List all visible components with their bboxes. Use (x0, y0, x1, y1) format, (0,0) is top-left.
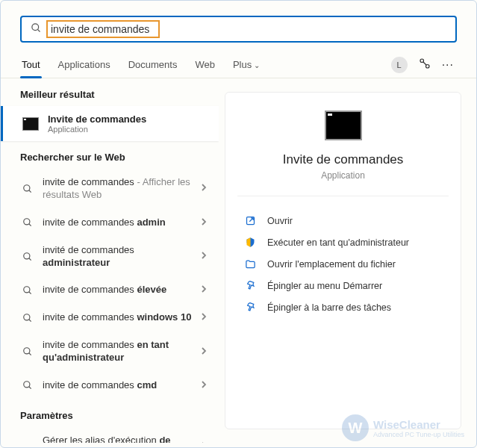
web-result-text: invite de commandes admin (43, 217, 201, 229)
chevron-down-icon: ⌄ (254, 61, 260, 69)
web-result-item[interactable]: invite de commandes cmd (1, 372, 219, 399)
tab-web[interactable]: Web (193, 52, 216, 78)
svg-point-8 (24, 252, 30, 258)
action-label: Épingler au menu Démarrer (267, 281, 382, 291)
action-pingler-la-barre-des-t-ches[interactable]: Épingler à la barre des tâches (240, 296, 446, 318)
best-result-title: Invite de commandes (48, 113, 146, 125)
svg-point-6 (24, 219, 30, 225)
web-result-item[interactable]: invite de commandes admin (1, 209, 219, 237)
cmd-icon (22, 117, 39, 131)
settings-header: Paramètres (1, 399, 219, 427)
svg-point-16 (24, 382, 30, 388)
best-result-item[interactable]: Invite de commandes Application (1, 106, 219, 141)
action-label: Exécuter en tant qu'administrateur (267, 237, 409, 248)
svg-line-7 (29, 224, 31, 226)
web-result-item[interactable]: invite de commandes élevée (1, 276, 219, 304)
action-ouvrir-l-emplacement-du-fichier[interactable]: Ouvrir l'emplacement du fichier (240, 253, 446, 275)
svg-point-10 (24, 287, 30, 293)
action-label: Ouvrir l'emplacement du fichier (267, 259, 396, 270)
tab-documents[interactable]: Documents (127, 52, 179, 78)
action-label: Ouvrir (267, 216, 293, 226)
preview-subtitle: Application (240, 170, 446, 181)
svg-point-12 (24, 314, 30, 320)
shield-icon (243, 237, 257, 248)
pin-icon (243, 280, 257, 291)
web-result-text: invite de commandes - Afficher les résul… (43, 176, 201, 202)
svg-line-17 (29, 387, 31, 389)
search-bar[interactable] (20, 16, 457, 43)
web-result-item[interactable]: invite de commandes windows 10 (1, 304, 219, 332)
settings-item-text: Gérer les alias d'exécution de l'appli (43, 435, 201, 443)
web-result-text: invite de commandes élevée (43, 284, 201, 296)
svg-line-5 (29, 190, 31, 193)
search-icon (22, 184, 34, 194)
web-result-item[interactable]: invite de commandes - Afficher les résul… (1, 169, 219, 209)
pin-icon (243, 302, 257, 313)
tabs: Tout Applications Documents Web Plus⌄ L … (1, 52, 476, 78)
svg-line-11 (29, 292, 31, 294)
svg-line-13 (29, 320, 31, 322)
chevron-right-icon (201, 312, 207, 323)
svg-line-15 (29, 353, 31, 355)
action-ouvrir[interactable]: Ouvrir (240, 210, 446, 231)
results-list: Meilleur résultat Invite de commandes Ap… (1, 78, 219, 443)
best-result-subtitle: Application (48, 125, 146, 134)
action-label: Épingler à la barre des tâches (267, 302, 391, 313)
search-icon (22, 285, 34, 296)
svg-line-1 (37, 29, 40, 31)
search-icon (22, 380, 34, 391)
web-result-item[interactable]: invite de commandes en tant qu'administr… (1, 332, 219, 372)
svg-line-9 (29, 258, 31, 260)
folder-icon (243, 258, 257, 270)
best-result-header: Meilleur résultat (1, 78, 219, 106)
tab-all[interactable]: Tout (20, 52, 42, 78)
divider (237, 196, 449, 196)
action-ex-cuter-en-tant-qu-administrateur[interactable]: Exécuter en tant qu'administrateur (240, 231, 446, 253)
chevron-right-icon (201, 251, 207, 262)
more-options-icon[interactable]: ··· (442, 58, 454, 72)
chevron-right-icon (201, 183, 207, 194)
preview-title: Invite de commandes (240, 152, 446, 167)
app-links-icon[interactable] (418, 57, 431, 73)
search-icon (31, 22, 42, 37)
svg-point-4 (24, 185, 30, 191)
svg-point-0 (32, 23, 39, 30)
chevron-right-icon (201, 380, 207, 391)
settings-item[interactable]: Gérer les alias d'exécution de l'appli (1, 427, 219, 443)
preview-panel: Invite de commandes Application Ouvrir E… (225, 92, 461, 429)
chevron-right-icon (201, 217, 207, 228)
tab-applications[interactable]: Applications (57, 52, 112, 78)
settings-sliders-icon (22, 442, 34, 443)
tab-more[interactable]: Plus⌄ (231, 52, 261, 78)
chevron-right-icon (201, 441, 207, 443)
search-input-highlight (46, 20, 160, 38)
search-icon (22, 217, 34, 228)
web-result-text: invité de commandes administrateur (43, 244, 201, 270)
open-icon (243, 215, 257, 226)
web-result-item[interactable]: invité de commandes administrateur (1, 237, 219, 277)
web-result-text: invite de commandes en tant qu'administr… (43, 339, 201, 364)
chevron-right-icon (201, 284, 207, 296)
search-input[interactable] (51, 23, 155, 35)
search-icon (22, 346, 34, 357)
web-result-text: invite de commandes windows 10 (43, 311, 201, 324)
svg-point-14 (24, 348, 30, 354)
web-search-header: Rechercher sur le Web (1, 141, 219, 169)
preview-cmd-icon (325, 111, 362, 140)
search-icon (22, 313, 34, 323)
search-icon (22, 252, 34, 262)
web-result-text: invite de commandes cmd (43, 379, 201, 392)
avatar[interactable]: L (391, 57, 408, 73)
action-pingler-au-menu-d-marrer[interactable]: Épingler au menu Démarrer (240, 275, 446, 296)
chevron-right-icon (201, 346, 207, 358)
